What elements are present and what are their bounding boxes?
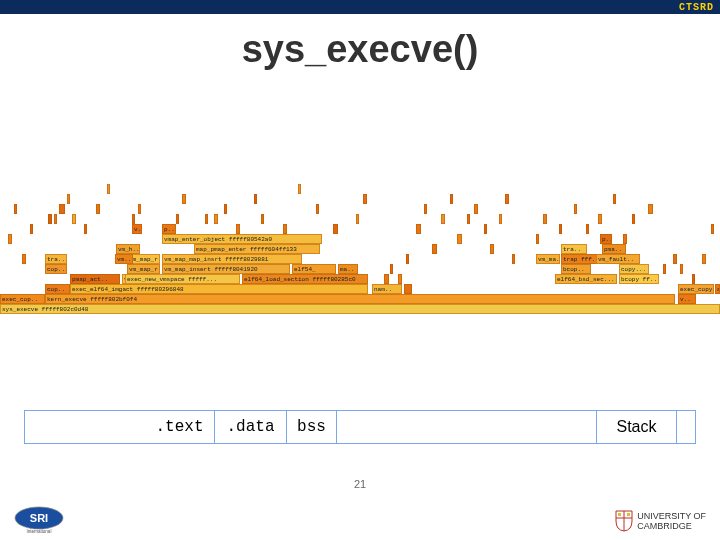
flame-frame: exec_cop.. xyxy=(0,294,45,304)
mem-data-segment: .data xyxy=(215,411,287,443)
flame-frame: elf64_bsd_sec... xyxy=(555,274,617,284)
flame-frame: tra.. xyxy=(561,244,587,254)
flame-frame xyxy=(283,224,287,234)
flame-frame xyxy=(138,204,141,214)
flame-frame xyxy=(406,254,409,264)
cambridge-shield-icon xyxy=(615,510,633,532)
flame-frame xyxy=(254,194,257,204)
flame-frame xyxy=(404,284,412,294)
brand-label: CTSRD xyxy=(679,2,714,13)
svg-rect-3 xyxy=(618,513,621,516)
sri-logo: SRI International xyxy=(14,506,64,534)
flame-frame xyxy=(490,244,494,254)
flame-frame: copy... xyxy=(619,264,649,274)
flame-frame xyxy=(467,214,470,224)
flame-frame xyxy=(205,214,208,224)
flame-frame xyxy=(680,264,683,274)
mem-gap-right xyxy=(677,411,695,443)
flame-frame: v.. xyxy=(132,224,142,234)
flame-frame: trap fff... xyxy=(561,254,597,264)
flame-frame: vm_fault.. xyxy=(596,254,640,264)
flame-frame xyxy=(182,194,186,204)
cambridge-line2: CAMBRIDGE xyxy=(637,521,706,531)
flame-frame: elf54_ xyxy=(292,264,336,274)
flame-frame xyxy=(96,204,100,214)
flame-frame xyxy=(333,224,338,234)
flame-frame xyxy=(432,244,437,254)
flame-frame: vm_map_r.. xyxy=(127,264,160,274)
flame-frame xyxy=(54,214,57,224)
flame-frame: pma.. xyxy=(602,244,626,254)
flame-frame xyxy=(512,254,515,264)
flame-frame xyxy=(673,254,677,264)
page-number: 21 xyxy=(0,478,720,490)
flame-frame xyxy=(48,214,52,224)
flame-frame xyxy=(586,224,589,234)
flame-frame xyxy=(261,214,264,224)
flame-frame: map_pmap_enter fffff604ff133 xyxy=(194,244,320,254)
flame-frame xyxy=(711,224,714,234)
svg-text:International: International xyxy=(27,529,52,534)
flame-frame xyxy=(424,204,427,214)
flame-frame xyxy=(384,274,389,284)
flame-frame: vm.. xyxy=(115,254,133,264)
flame-frame: sys_execve fffff802c0d48 xyxy=(0,304,720,314)
flame-frame xyxy=(22,254,26,264)
flame-frame xyxy=(457,234,462,244)
flame-frame xyxy=(559,224,562,234)
cambridge-logo: UNIVERSITY OF CAMBRIDGE xyxy=(615,510,706,532)
svg-text:SRI: SRI xyxy=(30,512,48,524)
flame-frame xyxy=(214,214,218,224)
flame-frame: v.. xyxy=(678,294,696,304)
flame-frame xyxy=(663,264,666,274)
flame-frame xyxy=(224,204,227,214)
mem-gap-left xyxy=(25,411,145,443)
mem-text-segment: .text xyxy=(145,411,215,443)
flame-frame xyxy=(648,204,653,214)
flame-frame: a.. xyxy=(715,284,720,294)
flame-frame: nam.. xyxy=(372,284,402,294)
mem-stack-segment: Stack xyxy=(597,411,677,443)
flame-frame xyxy=(474,204,478,214)
flame-frame: vm_map_map_insrt fffff8029881 xyxy=(162,254,302,264)
flame-frame xyxy=(363,194,367,204)
flame-frame xyxy=(390,264,393,274)
flame-frame xyxy=(484,224,487,234)
flame-frame xyxy=(543,214,547,224)
mem-heap-gap xyxy=(337,411,597,443)
flame-frame xyxy=(356,214,359,224)
flame-frame xyxy=(14,204,17,214)
flame-frame xyxy=(316,204,319,214)
flame-frame xyxy=(505,194,509,204)
slide-title: sys_execve() xyxy=(0,28,720,71)
flame-frame xyxy=(416,224,421,234)
flame-frame: vm_map_insert fffff8041920 xyxy=(162,264,290,274)
flame-frame xyxy=(59,204,65,214)
flame-frame xyxy=(8,234,12,244)
flame-frame xyxy=(499,214,502,224)
flame-frame xyxy=(398,274,402,284)
flame-frame xyxy=(236,224,240,234)
memory-layout-bar: .text .data bss Stack xyxy=(24,410,696,444)
flame-frame xyxy=(67,194,70,204)
flame-frame: exec_new_vmspace fffff... xyxy=(125,274,240,284)
flame-frame: p.. xyxy=(162,224,176,234)
svg-rect-4 xyxy=(627,513,630,516)
flame-frame: vmap_enter_object fffff80542a0 xyxy=(162,234,322,244)
flame-frame: vm_ma.. xyxy=(536,254,560,264)
cambridge-line1: UNIVERSITY OF xyxy=(637,511,706,521)
flamegraph: sys_execve fffff802c0d48exec_cop..kern_e… xyxy=(0,178,720,314)
flame-frame: exec_copyout... xyxy=(678,284,714,294)
footer: SRI International UNIVERSITY OF CAMBRIDG… xyxy=(0,500,720,534)
flame-frame xyxy=(107,184,110,194)
flame-frame xyxy=(692,274,695,284)
flame-frame: kern_execve fffff802bf0f4 xyxy=(45,294,675,304)
flame-frame: elf64_load_section fffff80285c0 xyxy=(242,274,368,284)
flame-frame xyxy=(623,234,627,244)
flame-frame: pmap_act.. xyxy=(70,274,120,284)
top-bar: CTSRD xyxy=(0,0,720,14)
mem-bss-segment: bss xyxy=(287,411,337,443)
flame-frame xyxy=(450,194,453,204)
flame-frame xyxy=(298,184,301,194)
flame-frame: cop.. xyxy=(45,264,67,274)
